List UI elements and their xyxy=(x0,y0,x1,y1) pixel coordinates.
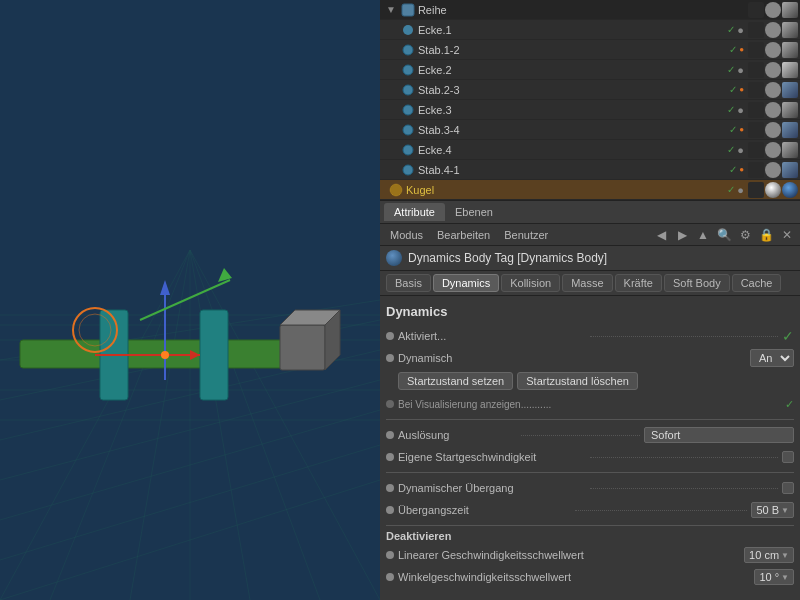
ecke3-name: Ecke.3 xyxy=(418,104,727,116)
svg-rect-36 xyxy=(402,4,414,16)
ecke1-name: Ecke.1 xyxy=(418,24,727,36)
subtab-kraefte[interactable]: Kräfte xyxy=(615,274,662,292)
list-item-kugel[interactable]: Kugel ✓ ● xyxy=(380,180,800,200)
subtab-basis[interactable]: Basis xyxy=(386,274,431,292)
prop-aktiviert: Aktiviert... ✓ xyxy=(386,325,794,347)
uebergangszeit-value[interactable]: 50 B ▼ xyxy=(751,502,794,518)
dynamisch-dropdown[interactable]: An xyxy=(750,349,794,367)
dyn-uebergang-dotline xyxy=(590,488,778,489)
kugel-controls: ✓ ● xyxy=(727,184,744,196)
ecke1-icon xyxy=(400,22,416,38)
uebergangszeit-text: 50 B xyxy=(756,504,779,516)
search-icon[interactable]: 🔍 xyxy=(715,226,733,244)
linearer-text: 10 cm xyxy=(749,549,779,561)
menu-modus[interactable]: Modus xyxy=(384,227,429,243)
eigene-start-checkbox[interactable] xyxy=(782,451,794,463)
viewport-3d[interactable]: ↕ ↔ ⊕ xyxy=(0,0,380,600)
visualisierung-label: Bei Visualisierung anzeigen........... xyxy=(398,399,785,410)
subtab-cache[interactable]: Cache xyxy=(732,274,782,292)
stab12-icon xyxy=(400,42,416,58)
aktiviert-dotline xyxy=(590,336,778,337)
close-icon[interactable]: ✕ xyxy=(778,226,796,244)
ausloesung-value[interactable]: Sofort xyxy=(644,427,794,443)
stab23-controls: ✓ ● xyxy=(729,84,744,95)
prop-winkel: Winkelgeschwindigkeitsschwellwert 10 ° ▼ xyxy=(386,566,794,588)
stab34-name: Stab.3-4 xyxy=(418,124,729,136)
subtabs: Basis Dynamics Kollision Masse Kräfte So… xyxy=(380,271,800,296)
svg-rect-23 xyxy=(200,310,228,400)
nav-forward-icon[interactable]: ▶ xyxy=(673,226,691,244)
tab-attribute[interactable]: Attribute xyxy=(384,203,445,221)
list-item[interactable]: Ecke.2 ✓ ● xyxy=(380,60,800,80)
ecke2-controls: ✓ ● xyxy=(727,64,744,76)
subtab-kollision[interactable]: Kollision xyxy=(501,274,560,292)
winkel-label: Winkelgeschwindigkeitsschwellwert xyxy=(398,571,746,583)
list-item[interactable]: Stab.1-2 ✓ ● xyxy=(380,40,800,60)
eigene-start-dot xyxy=(386,453,394,461)
tag-title: Dynamics Body Tag [Dynamics Body] xyxy=(408,251,607,265)
nav-up-icon[interactable]: ▲ xyxy=(694,226,712,244)
ecke2-name: Ecke.2 xyxy=(418,64,727,76)
list-item[interactable]: Ecke.3 ✓ ● xyxy=(380,100,800,120)
ausloesung-dotline xyxy=(521,435,640,436)
list-item[interactable]: Stab.3-4 ✓ ● xyxy=(380,120,800,140)
right-panel: ▼ Reihe Ecke.1 xyxy=(380,0,800,600)
menu-bearbeiten[interactable]: Bearbeiten xyxy=(431,227,496,243)
prop-visualisierung: Bei Visualisierung anzeigen........... ✓ xyxy=(386,393,794,415)
stab41-controls: ✓ ● xyxy=(729,164,744,175)
svg-point-41 xyxy=(403,105,413,115)
winkel-text: 10 ° xyxy=(759,571,779,583)
svg-point-38 xyxy=(403,45,413,55)
kugel-name: Kugel xyxy=(406,184,727,196)
list-item[interactable]: Ecke.4 ✓ ● xyxy=(380,140,800,160)
subtab-masse[interactable]: Masse xyxy=(562,274,612,292)
svg-point-39 xyxy=(403,65,413,75)
svg-rect-24 xyxy=(280,325,325,370)
prop-linearer: Linearer Geschwindigkeitsschwellwert 10 … xyxy=(386,544,794,566)
list-item[interactable]: Stab.2-3 ✓ ● xyxy=(380,80,800,100)
properties-panel: Dynamics Aktiviert... ✓ Dynamisch An Sta… xyxy=(380,296,800,600)
nav-back-icon[interactable]: ◀ xyxy=(652,226,670,244)
ecke4-controls: ✓ ● xyxy=(727,144,744,156)
winkel-arrow-icon: ▼ xyxy=(781,573,789,582)
lock-icon[interactable]: 🔒 xyxy=(757,226,775,244)
eigene-start-dotline xyxy=(590,457,778,458)
winkel-value[interactable]: 10 ° ▼ xyxy=(754,569,794,585)
svg-point-35 xyxy=(161,351,169,359)
linearer-value[interactable]: 10 cm ▼ xyxy=(744,547,794,563)
uebergangszeit-label: Übergangszeit xyxy=(398,504,571,516)
divider-1 xyxy=(386,419,794,420)
aktiviert-label: Aktiviert... xyxy=(398,330,586,342)
prop-eigene-start: Eigene Startgeschwindigkeit xyxy=(386,446,794,468)
list-item[interactable]: Ecke.1 ✓ ● xyxy=(380,20,800,40)
ecke2-icon xyxy=(400,62,416,78)
eigene-start-label: Eigene Startgeschwindigkeit xyxy=(398,451,586,463)
svg-point-40 xyxy=(403,85,413,95)
dynamisch-label: Dynamisch xyxy=(398,352,742,364)
subtab-soft-body[interactable]: Soft Body xyxy=(664,274,730,292)
linearer-arrow-icon: ▼ xyxy=(781,551,789,560)
startzustand-setzen-btn[interactable]: Startzustand setzen xyxy=(398,372,513,390)
linearer-dot xyxy=(386,551,394,559)
subtab-dynamics[interactable]: Dynamics xyxy=(433,274,499,292)
object-list: ▼ Reihe Ecke.1 xyxy=(380,0,800,201)
deaktivieren-title: Deaktivieren xyxy=(386,530,794,542)
menu-action-icons: ◀ ▶ ▲ 🔍 ⚙ 🔒 ✕ xyxy=(652,226,796,244)
tab-ebenen[interactable]: Ebenen xyxy=(445,203,503,221)
dyn-uebergang-checkbox[interactable] xyxy=(782,482,794,494)
tag-icon xyxy=(386,250,402,266)
stab23-icon xyxy=(400,82,416,98)
settings-icon[interactable]: ⚙ xyxy=(736,226,754,244)
visualisierung-dot xyxy=(386,400,394,408)
attr-tabs-bar: Attribute Ebenen xyxy=(380,201,800,224)
visualisierung-checkmark: ✓ xyxy=(785,398,794,411)
menu-benutzer[interactable]: Benutzer xyxy=(498,227,554,243)
prop-uebergangszeit: Übergangszeit 50 B ▼ xyxy=(386,499,794,521)
aktiviert-checkmark: ✓ xyxy=(782,328,794,344)
list-item[interactable]: Stab.4-1 ✓ ● xyxy=(380,160,800,180)
ecke4-icon xyxy=(400,142,416,158)
startzustand-loeschen-btn[interactable]: Startzustand löschen xyxy=(517,372,638,390)
svg-point-42 xyxy=(403,125,413,135)
prop-dynamisch: Dynamisch An xyxy=(386,347,794,369)
divider-2 xyxy=(386,472,794,473)
